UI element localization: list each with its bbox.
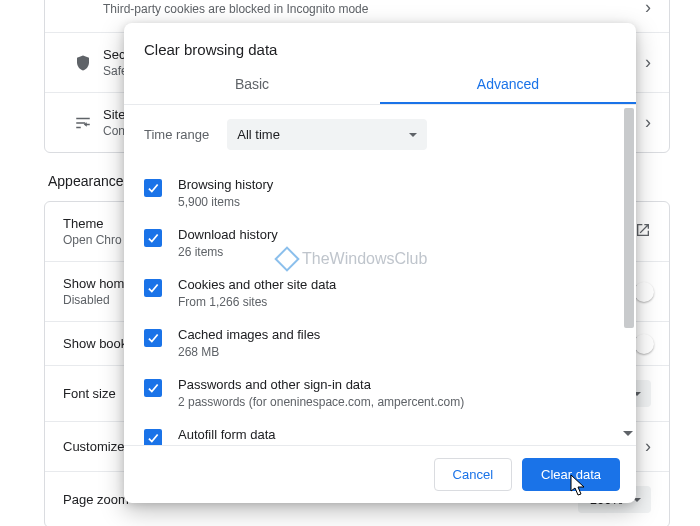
option-sub: 268 MB <box>178 345 320 359</box>
options-list: Browsing history5,900 itemsDownload hist… <box>144 168 606 445</box>
time-range-row: Time range All time <box>144 119 606 150</box>
checkbox[interactable] <box>144 429 162 445</box>
dialog-title: Clear browsing data <box>124 23 636 66</box>
checkbox[interactable] <box>144 329 162 347</box>
option-title: Cached images and files <box>178 327 320 342</box>
option-row[interactable]: Download history26 items <box>144 218 606 268</box>
scrollbar[interactable] <box>622 105 636 445</box>
option-sub: 26 items <box>178 245 278 259</box>
checkbox[interactable] <box>144 229 162 247</box>
time-range-label: Time range <box>144 127 209 142</box>
chevron-down-icon <box>409 133 417 141</box>
option-sub: 2 passwords (for oneninespace.com, amper… <box>178 395 464 409</box>
option-title: Download history <box>178 227 278 242</box>
tab-basic[interactable]: Basic <box>124 66 380 104</box>
option-row[interactable]: Passwords and other sign-in data2 passwo… <box>144 368 606 418</box>
clear-data-button[interactable]: Clear data <box>522 458 620 491</box>
time-range-value: All time <box>237 127 280 142</box>
option-row[interactable]: Browsing history5,900 items <box>144 168 606 218</box>
options-scroll-area: Time range All time Browsing history5,90… <box>124 105 622 445</box>
option-sub: From 1,266 sites <box>178 295 336 309</box>
checkbox[interactable] <box>144 379 162 397</box>
option-title: Browsing history <box>178 177 273 192</box>
tab-advanced[interactable]: Advanced <box>380 66 636 104</box>
dialog-tabs: Basic Advanced <box>124 66 636 104</box>
active-tab-indicator <box>380 102 636 105</box>
scrollbar-down-arrow-icon[interactable] <box>623 431 633 441</box>
cancel-button[interactable]: Cancel <box>434 458 512 491</box>
checkbox[interactable] <box>144 279 162 297</box>
dialog-body: Time range All time Browsing history5,90… <box>124 105 636 445</box>
dialog-footer: Cancel Clear data <box>124 445 636 503</box>
option-title: Autofill form data <box>178 427 276 442</box>
scrollbar-thumb[interactable] <box>624 108 634 328</box>
option-sub: 5,900 items <box>178 195 273 209</box>
option-title: Cookies and other site data <box>178 277 336 292</box>
option-row[interactable]: Cookies and other site dataFrom 1,266 si… <box>144 268 606 318</box>
option-title: Passwords and other sign-in data <box>178 377 464 392</box>
clear-browsing-data-dialog: Clear browsing data Basic Advanced Time … <box>124 23 636 503</box>
option-row[interactable]: Autofill form data <box>144 418 606 445</box>
option-row[interactable]: Cached images and files268 MB <box>144 318 606 368</box>
modal-backdrop: Clear browsing data Basic Advanced Time … <box>0 0 700 526</box>
time-range-select[interactable]: All time <box>227 119 427 150</box>
checkbox[interactable] <box>144 179 162 197</box>
